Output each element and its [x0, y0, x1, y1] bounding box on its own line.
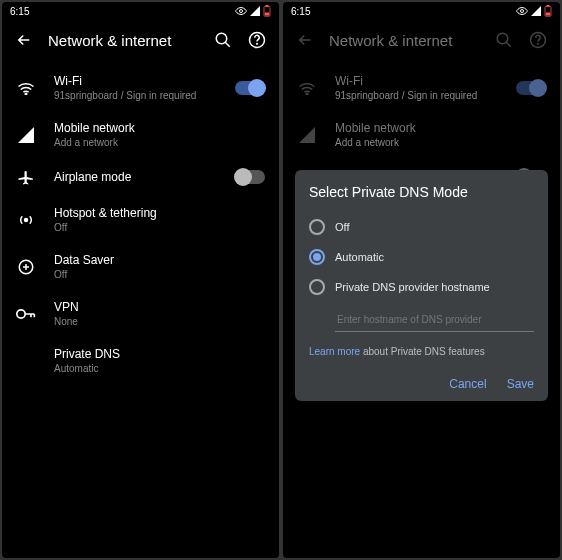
row-hotspot-sub: Off	[54, 222, 265, 233]
wifi-icon	[297, 81, 317, 95]
row-airplane[interactable]: Airplane mode	[2, 158, 279, 196]
wifi-toggle	[516, 81, 546, 95]
status-icons	[235, 5, 271, 17]
save-button[interactable]: Save	[507, 377, 534, 391]
battery-icon	[263, 5, 271, 17]
row-mobile[interactable]: Mobile network Add a network	[2, 111, 279, 158]
phone-left: 6:15 Network & internet	[2, 2, 279, 558]
row-vpn[interactable]: VPN None	[2, 290, 279, 337]
settings-list: Wi-Fi 91springboard / Sign in required M…	[2, 60, 279, 388]
vpn-icon	[16, 308, 36, 320]
learn-more-link[interactable]: Learn more	[309, 346, 360, 357]
row-pdns-sub: Automatic	[54, 363, 265, 374]
row-vpn-label: VPN	[54, 300, 265, 314]
row-hotspot[interactable]: Hotspot & tethering Off	[2, 196, 279, 243]
svg-point-10	[17, 309, 25, 317]
cancel-button[interactable]: Cancel	[449, 377, 486, 391]
hostname-input[interactable]	[335, 308, 534, 332]
learn-more-text: Learn more about Private DNS features	[309, 346, 534, 357]
row-pdns-label: Private DNS	[54, 347, 265, 361]
status-time: 6:15	[10, 6, 29, 17]
svg-point-0	[240, 10, 243, 13]
status-bar: 6:15	[283, 2, 560, 20]
back-icon	[295, 30, 315, 50]
row-datasaver[interactable]: Data Saver Off	[2, 243, 279, 290]
back-icon[interactable]	[14, 30, 34, 50]
svg-rect-14	[546, 13, 551, 16]
wifi-toggle[interactable]	[235, 81, 265, 95]
radio-automatic[interactable]: Automatic	[309, 242, 534, 272]
row-hotspot-label: Hotspot & tethering	[54, 206, 265, 220]
page-title: Network & internet	[329, 32, 480, 49]
dialog-title: Select Private DNS Mode	[309, 184, 534, 200]
svg-point-18	[306, 93, 308, 95]
airplane-icon	[16, 168, 36, 186]
svg-point-17	[538, 43, 539, 44]
help-icon	[528, 30, 548, 50]
private-dns-dialog: Select Private DNS Mode Off Automatic Pr…	[295, 170, 548, 401]
svg-rect-3	[265, 13, 270, 16]
svg-rect-2	[266, 5, 269, 7]
row-wifi[interactable]: Wi-Fi 91springboard / Sign in required	[2, 64, 279, 111]
row-wifi-label: Wi-Fi	[54, 74, 217, 88]
row-mobile-sub: Add a network	[54, 137, 265, 148]
row-datasaver-sub: Off	[54, 269, 265, 280]
svg-rect-13	[547, 5, 550, 7]
row-mobile-label: Mobile network	[54, 121, 265, 135]
signal-icon	[531, 6, 541, 16]
svg-point-4	[216, 33, 227, 44]
status-icons	[516, 5, 552, 17]
cellular-icon	[297, 127, 317, 143]
battery-icon	[544, 5, 552, 17]
eye-icon	[516, 6, 528, 16]
radio-icon	[309, 279, 325, 295]
signal-icon	[250, 6, 260, 16]
row-airplane-label: Airplane mode	[54, 170, 217, 184]
cellular-icon	[16, 127, 36, 143]
row-wifi: Wi-Fi 91springboard / Sign in required	[283, 64, 560, 111]
radio-icon	[309, 219, 325, 235]
svg-point-7	[25, 93, 27, 95]
svg-point-8	[25, 218, 28, 221]
search-icon[interactable]	[213, 30, 233, 50]
radio-icon	[309, 249, 325, 265]
eye-icon	[235, 6, 247, 16]
page-title: Network & internet	[48, 32, 199, 49]
status-bar: 6:15	[2, 2, 279, 20]
row-vpn-sub: None	[54, 316, 265, 327]
airplane-toggle[interactable]	[235, 170, 265, 184]
radio-provider-hostname[interactable]: Private DNS provider hostname	[309, 272, 534, 302]
hotspot-icon	[16, 211, 36, 229]
radio-off[interactable]: Off	[309, 212, 534, 242]
app-header: Network & internet	[2, 20, 279, 60]
search-icon	[494, 30, 514, 50]
app-header-dimmed: Network & internet	[283, 20, 560, 60]
datasaver-icon	[16, 258, 36, 276]
svg-point-15	[497, 33, 508, 44]
row-datasaver-label: Data Saver	[54, 253, 265, 267]
help-icon[interactable]	[247, 30, 267, 50]
status-time: 6:15	[291, 6, 310, 17]
phone-right: 6:15 Network & internet	[283, 2, 560, 558]
wifi-icon	[16, 81, 36, 95]
svg-point-6	[257, 43, 258, 44]
row-private-dns[interactable]: Private DNS Automatic	[2, 337, 279, 384]
row-mobile: Mobile network Add a network	[283, 111, 560, 158]
row-wifi-sub: 91springboard / Sign in required	[54, 90, 217, 101]
svg-point-11	[521, 10, 524, 13]
